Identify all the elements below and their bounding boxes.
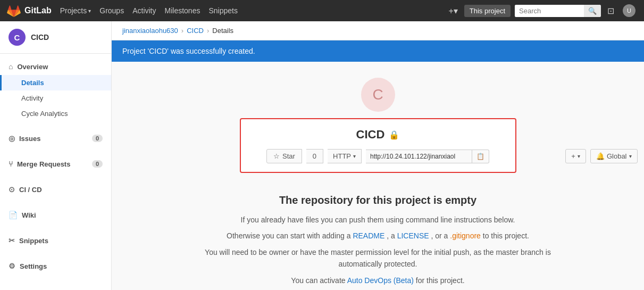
sidebar-overview-header[interactable]: ⌂ Overview: [0, 58, 111, 75]
notify-button[interactable]: 🔔 Global ▾: [590, 149, 638, 163]
star-icon: ☆: [273, 152, 280, 160]
notify-label: Global: [607, 152, 627, 160]
license-link[interactable]: LICENSE: [397, 231, 429, 240]
sidebar-wiki-section: 📄 Wiki: [0, 202, 111, 228]
layout-icon-button[interactable]: ⊡: [605, 4, 616, 18]
this-project-label: This project: [470, 7, 505, 15]
sidebar-snippets-section: ✂ Snippets: [0, 228, 111, 253]
star-button[interactable]: ☆ Star: [266, 149, 302, 163]
user-avatar-icon: U: [623, 4, 635, 17]
user-menu-button[interactable]: U: [621, 2, 638, 19]
main-content: jinanxiaolaohu630 › CICD › Details Proje…: [112, 21, 644, 290]
sidebar-item-activity[interactable]: Activity: [0, 90, 111, 106]
line2-suffix: to this project.: [483, 231, 529, 240]
project-title-text: CICD: [356, 128, 385, 142]
gitignore-link[interactable]: .gitignore: [450, 231, 481, 240]
nav-activity-label: Activity: [132, 6, 156, 15]
line2-prefix: Otherwise you can start with adding a: [227, 231, 353, 240]
http-dropdown[interactable]: HTTP ▾: [328, 149, 362, 163]
search-input[interactable]: [515, 5, 584, 17]
nav-activity[interactable]: Activity: [132, 6, 156, 15]
sidebar-project-name: CICD: [31, 33, 49, 42]
nav-milestones-label: Milestones: [165, 6, 200, 15]
sidebar-merge-requests-header[interactable]: ⑂ Merge Requests 0: [0, 155, 111, 172]
nav-groups[interactable]: Groups: [99, 6, 124, 15]
sidebar-snippets-header[interactable]: ✂ Snippets: [0, 232, 111, 249]
navbar-right: +▾ This project 🔍 ⊡ U: [446, 2, 638, 19]
breadcrumb-sep1: ›: [181, 27, 183, 35]
breadcrumb-group[interactable]: CICD: [187, 27, 204, 35]
auto-devops-link[interactable]: Auto DevOps (Beta): [347, 276, 414, 285]
nav-snippets[interactable]: Snippets: [208, 6, 237, 15]
merge-requests-icon: ⑂: [9, 160, 13, 168]
nav-milestones[interactable]: Milestones: [165, 6, 200, 15]
lock-icon: 🔒: [389, 130, 399, 140]
project-actions-row: ☆ Star 0 HTTP ▾ 📋 +: [252, 149, 505, 163]
sidebar-wiki-label: Wiki: [22, 211, 36, 219]
sidebar-cycle-analytics-label: Cycle Analytics: [21, 110, 68, 118]
star-count: 0: [306, 149, 323, 163]
sidebar-settings-section: ⚙ Settings: [0, 253, 111, 279]
sidebar-cicd-header[interactable]: ⊙ CI / CD: [0, 181, 111, 198]
add-chevron-icon: ▾: [578, 153, 580, 159]
copy-url-button[interactable]: 📋: [472, 150, 489, 163]
sidebar-details-label: Details: [21, 79, 44, 87]
cicd-icon: ⊙: [9, 185, 15, 194]
sidebar-activity-label: Activity: [21, 94, 43, 102]
plus-menu-button[interactable]: +▾: [446, 4, 459, 18]
sidebar-settings-label: Settings: [20, 262, 47, 270]
line2-mid1: , a: [387, 231, 397, 240]
snippets-icon: ✂: [9, 236, 15, 245]
sidebar-snippets-label: Snippets: [19, 237, 48, 245]
search-button[interactable]: 🔍: [584, 5, 601, 17]
chevron-down-icon: ▾: [88, 8, 91, 14]
breadcrumb: jinanxiaolaohu630 › CICD › Details: [112, 21, 644, 40]
breadcrumb-sep2: ›: [207, 27, 209, 35]
plus-icon: +: [448, 6, 453, 15]
sidebar-issues-badge: 0: [92, 135, 103, 142]
line4-suffix: for this project.: [416, 276, 465, 285]
project-avatar-large: C: [361, 78, 395, 112]
sidebar-item-details[interactable]: Details: [0, 75, 111, 90]
sidebar-merge-requests-section: ⑂ Merge Requests 0: [0, 151, 111, 177]
sidebar-project-header: C CICD: [0, 21, 111, 54]
settings-icon: ⚙: [9, 262, 15, 270]
readme-link[interactable]: README: [353, 231, 384, 240]
sidebar-overview-section: ⌂ Overview Details Activity Cycle Analyt…: [0, 54, 111, 126]
sidebar-merge-requests-label: Merge Requests: [17, 160, 88, 168]
search-box: 🔍: [515, 5, 601, 17]
sidebar: C CICD ⌂ Overview Details Activity Cycle…: [0, 21, 112, 290]
this-project-button[interactable]: This project: [464, 5, 511, 17]
star-label: Star: [282, 152, 295, 160]
breadcrumb-user[interactable]: jinanxiaolaohu630: [122, 27, 178, 35]
repo-url-input[interactable]: [366, 150, 472, 163]
sidebar-avatar-initial: C: [14, 33, 20, 42]
line4-prefix: You can activate: [291, 276, 347, 285]
main-layout: C CICD ⌂ Overview Details Activity Cycle…: [0, 21, 644, 290]
sidebar-settings-header[interactable]: ⚙ Settings: [0, 258, 111, 275]
sidebar-issues-header[interactable]: ◎ Issues 0: [0, 130, 111, 147]
sidebar-overview-label: Overview: [17, 63, 48, 71]
empty-repo-title: The repository for this project is empty: [203, 194, 554, 206]
empty-repo-line4: You can activate Auto DevOps (Beta) for …: [203, 275, 554, 286]
home-icon: ⌂: [9, 62, 13, 71]
empty-repo-line3: You will need to be owner or have the ma…: [203, 246, 554, 270]
add-button[interactable]: + ▾: [565, 149, 586, 163]
breadcrumb-current: Details: [212, 27, 233, 35]
layout-icon: ⊡: [607, 6, 614, 15]
nav-groups-label: Groups: [99, 6, 124, 15]
wiki-icon: 📄: [9, 211, 18, 219]
sidebar-item-cycle-analytics[interactable]: Cycle Analytics: [0, 106, 111, 121]
gitlab-logo-icon: [6, 3, 21, 18]
empty-repo-line1: If you already have files you can push t…: [203, 214, 554, 226]
sidebar-merge-requests-badge: 0: [92, 160, 103, 168]
project-avatar-initial: C: [372, 86, 383, 103]
bell-icon: 🔔: [596, 152, 605, 160]
brand-logo[interactable]: GitLab: [6, 3, 52, 18]
nav-projects[interactable]: Projects ▾: [60, 6, 91, 15]
nav-snippets-label: Snippets: [208, 6, 237, 15]
sidebar-issues-label: Issues: [19, 135, 88, 143]
nav-projects-label: Projects: [60, 6, 87, 15]
brand-label: GitLab: [24, 6, 52, 15]
sidebar-wiki-header[interactable]: 📄 Wiki: [0, 206, 111, 223]
